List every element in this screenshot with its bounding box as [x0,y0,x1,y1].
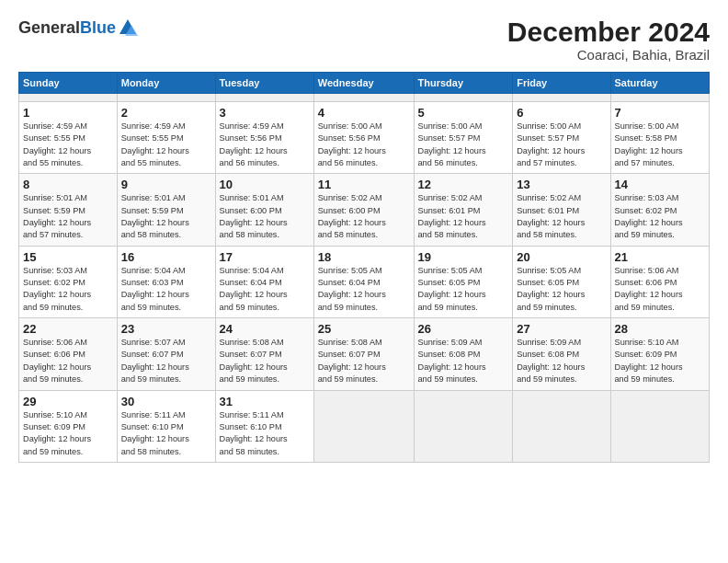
table-row: 15Sunrise: 5:03 AM Sunset: 6:02 PM Dayli… [19,246,118,317]
day-number: 14 [615,178,706,191]
day-info: Sunrise: 5:03 AM Sunset: 6:02 PM Dayligh… [615,192,706,241]
day-info: Sunrise: 5:02 AM Sunset: 6:01 PM Dayligh… [517,192,606,241]
day-number: 1 [23,106,113,120]
day-info: Sunrise: 4:59 AM Sunset: 5:55 PM Dayligh… [121,121,211,169]
day-info: Sunrise: 5:06 AM Sunset: 6:06 PM Dayligh… [23,337,113,385]
day-info: Sunrise: 5:00 AM Sunset: 5:58 PM Dayligh… [615,121,706,169]
day-info: Sunrise: 5:05 AM Sunset: 6:05 PM Dayligh… [418,265,509,314]
table-row: 29Sunrise: 5:10 AM Sunset: 6:09 PM Dayli… [19,390,118,462]
table-row: 19Sunrise: 5:05 AM Sunset: 6:05 PM Dayli… [414,246,513,317]
table-row: 20Sunrise: 5:05 AM Sunset: 6:05 PM Dayli… [513,246,610,317]
table-row: 23Sunrise: 5:07 AM Sunset: 6:07 PM Dayli… [117,318,215,390]
page-title: December 2024 [507,17,710,47]
table-row [414,390,513,462]
day-number: 29 [23,395,113,408]
table-row: 6Sunrise: 5:00 AM Sunset: 5:57 PM Daylig… [513,102,610,174]
day-number: 18 [318,250,410,264]
day-number: 17 [220,250,310,264]
calendar-header-sunday: Sunday [19,73,118,94]
logo-general: GeneralBlue [18,17,116,38]
day-info: Sunrise: 5:07 AM Sunset: 6:07 PM Dayligh… [121,337,211,385]
day-info: Sunrise: 5:05 AM Sunset: 6:04 PM Dayligh… [318,265,410,314]
table-row [610,390,710,462]
day-info: Sunrise: 5:09 AM Sunset: 6:08 PM Dayligh… [517,337,606,385]
table-row: 18Sunrise: 5:05 AM Sunset: 6:04 PM Dayli… [313,246,414,317]
calendar-header-row: SundayMondayTuesdayWednesdayThursdayFrid… [19,73,710,94]
day-info: Sunrise: 5:04 AM Sunset: 6:04 PM Dayligh… [220,265,310,314]
table-row: 22Sunrise: 5:06 AM Sunset: 6:06 PM Dayli… [19,318,118,390]
table-row [19,94,118,102]
calendar-week-4: 22Sunrise: 5:06 AM Sunset: 6:06 PM Dayli… [19,318,710,390]
calendar-week-2: 8Sunrise: 5:01 AM Sunset: 5:59 PM Daylig… [19,174,710,246]
day-number: 26 [418,322,509,336]
day-info: Sunrise: 5:01 AM Sunset: 5:59 PM Dayligh… [121,192,211,241]
logo-icon [118,17,138,38]
day-number: 8 [23,178,113,191]
table-row: 8Sunrise: 5:01 AM Sunset: 5:59 PM Daylig… [19,174,118,246]
day-info: Sunrise: 5:08 AM Sunset: 6:07 PM Dayligh… [220,337,310,385]
day-number: 9 [121,178,211,191]
day-number: 10 [220,178,310,191]
day-number: 15 [23,250,113,264]
day-number: 5 [418,106,509,120]
day-number: 22 [23,322,113,336]
day-info: Sunrise: 5:03 AM Sunset: 6:02 PM Dayligh… [23,265,113,314]
title-block: December 2024 Coaraci, Bahia, Brazil [507,17,710,63]
table-row [117,94,215,102]
calendar-header-thursday: Thursday [414,73,513,94]
day-info: Sunrise: 5:01 AM Sunset: 5:59 PM Dayligh… [23,192,113,241]
table-row [513,94,610,102]
calendar-week-1: 1Sunrise: 4:59 AM Sunset: 5:55 PM Daylig… [19,102,710,174]
table-row: 30Sunrise: 5:11 AM Sunset: 6:10 PM Dayli… [117,390,215,462]
table-row: 10Sunrise: 5:01 AM Sunset: 6:00 PM Dayli… [215,174,313,246]
day-number: 11 [318,178,410,191]
day-number: 31 [220,395,310,408]
table-row: 14Sunrise: 5:03 AM Sunset: 6:02 PM Dayli… [610,174,710,246]
table-row: 16Sunrise: 5:04 AM Sunset: 6:03 PM Dayli… [117,246,215,317]
header: GeneralBlue December 2024 Coaraci, Bahia… [18,17,710,63]
day-number: 2 [121,106,211,120]
table-row: 7Sunrise: 5:00 AM Sunset: 5:58 PM Daylig… [610,102,710,174]
table-row: 11Sunrise: 5:02 AM Sunset: 6:00 PM Dayli… [313,174,414,246]
day-number: 24 [220,322,310,336]
page-subtitle: Coaraci, Bahia, Brazil [507,47,710,63]
day-number: 23 [121,322,211,336]
day-number: 27 [517,322,606,336]
table-row: 1Sunrise: 4:59 AM Sunset: 5:55 PM Daylig… [19,102,118,174]
table-row: 24Sunrise: 5:08 AM Sunset: 6:07 PM Dayli… [215,318,313,390]
calendar-header-wednesday: Wednesday [313,73,414,94]
day-number: 13 [517,178,606,191]
calendar-header-saturday: Saturday [610,73,710,94]
day-info: Sunrise: 5:02 AM Sunset: 6:00 PM Dayligh… [318,192,410,241]
day-number: 4 [318,106,410,120]
table-row: 9Sunrise: 5:01 AM Sunset: 5:59 PM Daylig… [117,174,215,246]
calendar-header-monday: Monday [117,73,215,94]
calendar-week-0 [19,94,710,102]
table-row: 28Sunrise: 5:10 AM Sunset: 6:09 PM Dayli… [610,318,710,390]
day-number: 20 [517,250,606,264]
day-info: Sunrise: 5:00 AM Sunset: 5:57 PM Dayligh… [418,121,509,169]
table-row: 31Sunrise: 5:11 AM Sunset: 6:10 PM Dayli… [215,390,313,462]
day-info: Sunrise: 5:08 AM Sunset: 6:07 PM Dayligh… [318,337,410,385]
day-number: 21 [615,250,706,264]
calendar-week-5: 29Sunrise: 5:10 AM Sunset: 6:09 PM Dayli… [19,390,710,462]
day-info: Sunrise: 5:10 AM Sunset: 6:09 PM Dayligh… [615,337,706,385]
table-row [513,390,610,462]
table-row: 21Sunrise: 5:06 AM Sunset: 6:06 PM Dayli… [610,246,710,317]
day-info: Sunrise: 5:04 AM Sunset: 6:03 PM Dayligh… [121,265,211,314]
day-number: 16 [121,250,211,264]
day-info: Sunrise: 5:00 AM Sunset: 5:56 PM Dayligh… [318,121,410,169]
table-row: 5Sunrise: 5:00 AM Sunset: 5:57 PM Daylig… [414,102,513,174]
table-row: 3Sunrise: 4:59 AM Sunset: 5:56 PM Daylig… [215,102,313,174]
table-row: 17Sunrise: 5:04 AM Sunset: 6:04 PM Dayli… [215,246,313,317]
logo: GeneralBlue [18,17,138,38]
calendar-week-3: 15Sunrise: 5:03 AM Sunset: 6:02 PM Dayli… [19,246,710,317]
table-row: 12Sunrise: 5:02 AM Sunset: 6:01 PM Dayli… [414,174,513,246]
day-info: Sunrise: 5:02 AM Sunset: 6:01 PM Dayligh… [418,192,509,241]
table-row: 26Sunrise: 5:09 AM Sunset: 6:08 PM Dayli… [414,318,513,390]
day-info: Sunrise: 5:10 AM Sunset: 6:09 PM Dayligh… [23,409,113,458]
day-info: Sunrise: 5:06 AM Sunset: 6:06 PM Dayligh… [615,265,706,314]
table-row [610,94,710,102]
day-number: 3 [220,106,310,120]
day-info: Sunrise: 4:59 AM Sunset: 5:55 PM Dayligh… [23,121,113,169]
